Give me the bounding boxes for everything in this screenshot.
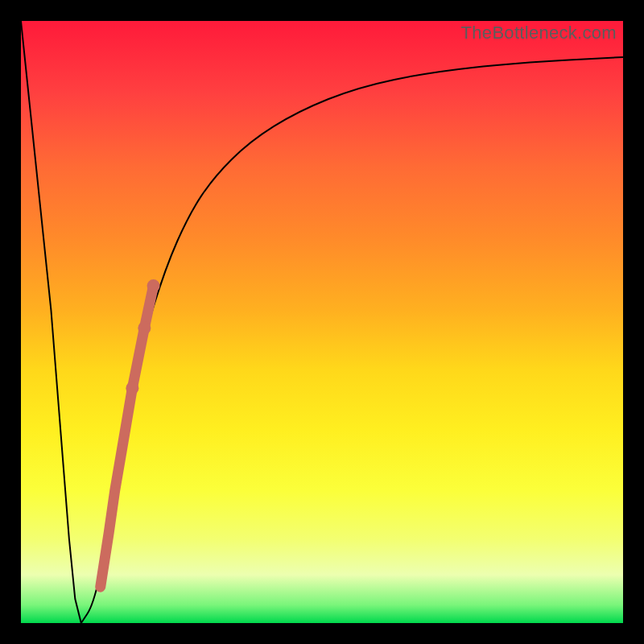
curve-marker xyxy=(97,583,105,591)
curve-marker xyxy=(105,529,113,537)
curve-marker xyxy=(138,321,151,334)
chart-frame: TheBottleneck.com xyxy=(0,0,644,644)
curve-marker xyxy=(118,444,126,452)
curve-marker xyxy=(147,279,160,292)
marker-group xyxy=(97,279,160,591)
chart-svg xyxy=(21,21,623,623)
curve-marker xyxy=(112,487,118,493)
curve-marker xyxy=(126,382,138,394)
plot-area: TheBottleneck.com xyxy=(21,21,623,623)
